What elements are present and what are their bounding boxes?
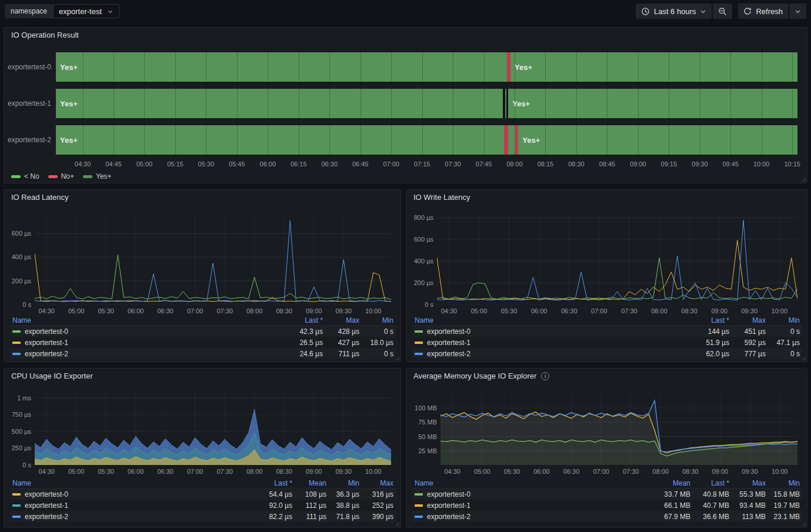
x-tick-label: 05:00 — [136, 160, 153, 168]
legend-column-header[interactable]: Max — [323, 316, 359, 324]
state-label: Yes+ — [60, 136, 78, 145]
panel-title-text: IO Operation Result — [11, 31, 79, 39]
grid-line — [422, 52, 423, 155]
legend-series-name[interactable]: exportertest-2 — [415, 350, 688, 358]
panel-title-text: Average Memory Usage IO Explorer — [413, 372, 536, 380]
zoom-out-button[interactable] — [713, 4, 732, 19]
legend-series-name[interactable]: exportertest-0 — [12, 490, 256, 498]
cpu-chart[interactable] — [35, 390, 391, 465]
legend-value: 36.3 µs — [326, 490, 359, 498]
legend-value: 51.9 µs — [688, 339, 729, 347]
grid-line — [299, 52, 299, 155]
x-tick-label: 06:00 — [128, 307, 144, 314]
x-tick-label: 08:00 — [651, 307, 668, 314]
legend-series-name[interactable]: exportertest-1 — [415, 501, 653, 510]
legend-series-name[interactable]: exportertest-2 — [12, 513, 256, 521]
legend-header-row: NameLast *MaxMin — [412, 315, 802, 326]
legend-column-header[interactable]: Name — [415, 479, 653, 487]
legend-value: 18.0 µs — [359, 339, 393, 347]
chevron-down-icon — [795, 8, 801, 15]
legend-item[interactable]: < No — [11, 172, 39, 180]
x-tick-label: 08:15 — [538, 160, 554, 168]
legend-column-header[interactable]: Name — [12, 479, 256, 487]
panel-io-operation-result: IO Operation Result exportertest-0export… — [4, 27, 807, 183]
memory-usage-x-axis: 04:3005:0005:3006:0006:3007:0007:3008:00… — [440, 468, 797, 476]
write-chart[interactable] — [437, 212, 797, 305]
x-tick-label: 08:00 — [506, 160, 523, 168]
legend-column-header[interactable]: Min — [326, 479, 359, 487]
namespace-variable-select[interactable]: exporter-test — [53, 4, 119, 18]
legend-series-name[interactable]: exportertest-0 — [415, 490, 653, 498]
legend-series-name[interactable]: exportertest-1 — [12, 339, 282, 347]
legend-series-name[interactable]: exportertest-0 — [415, 327, 688, 336]
x-tick-label: 05:15 — [167, 160, 183, 168]
panel-resize-handle[interactable] — [800, 176, 806, 182]
time-range-picker-button[interactable]: Last 6 hours — [636, 4, 712, 19]
panel-info-icon[interactable]: i — [541, 372, 549, 380]
memory-usage-plot[interactable] — [440, 390, 797, 465]
read-latency-plot[interactable] — [35, 212, 391, 305]
legend-series-name[interactable]: exportertest-1 — [12, 501, 256, 510]
write-latency-plot[interactable] — [437, 212, 797, 305]
mem-chart[interactable] — [440, 390, 797, 465]
x-tick-label: 08:30 — [568, 160, 585, 168]
legend-column-header[interactable]: Min — [359, 316, 393, 324]
legend-column-header[interactable]: Name — [12, 316, 282, 324]
legend-column-header[interactable]: Mean — [292, 479, 326, 487]
dashboard-toolbar: namespace exporter-test Last 6 hours Ref… — [0, 0, 811, 22]
x-tick-label: 09:30 — [692, 160, 708, 168]
legend-column-header[interactable]: Last * — [688, 316, 729, 324]
legend-column-header[interactable]: Max — [729, 479, 766, 487]
panel-title[interactable]: IO Read Latency — [11, 193, 69, 202]
legend-value: 40.8 MB — [690, 490, 729, 498]
legend-series-name[interactable]: exportertest-2 — [415, 513, 653, 521]
legend-series-name[interactable]: exportertest-1 — [415, 339, 688, 347]
legend-column-header[interactable]: Min — [766, 316, 800, 324]
legend-value: 26.5 µs — [282, 339, 323, 347]
panel-title[interactable]: CPU Usage IO Exporter — [11, 372, 93, 380]
state-segment-yes: Yes+ — [518, 125, 797, 155]
legend-column-header[interactable]: Last * — [282, 316, 323, 324]
series-color-swatch — [12, 342, 21, 344]
timeline-row[interactable]: Yes+Yes+ — [56, 52, 797, 82]
timeline-row-label: exportertest-1 — [4, 89, 51, 118]
memory-usage-legend-table: NameMeanLast *MaxMinexportertest-033.7 M… — [412, 478, 802, 522]
legend-series-name[interactable]: exportertest-2 — [12, 350, 282, 358]
legend-column-header[interactable]: Mean — [653, 479, 690, 487]
zoom-out-icon — [718, 7, 727, 16]
state-segment-yes: Yes+ — [56, 89, 503, 118]
x-tick-label: 05:00 — [471, 307, 488, 314]
legend-column-header[interactable]: Last * — [256, 479, 292, 487]
grid-line — [792, 52, 793, 155]
legend-column-header[interactable]: Min — [766, 479, 800, 487]
cpu-usage-plot[interactable] — [35, 390, 391, 465]
refresh-interval-dropdown[interactable] — [789, 4, 806, 19]
panel-title[interactable]: Average Memory Usage IO Explorer i — [413, 372, 549, 380]
timeline-row[interactable]: Yes+Yes+ — [56, 89, 797, 118]
y-tick-label: 0 s — [22, 461, 31, 469]
state-segment-yes: Yes+ — [508, 89, 797, 118]
legend-series-name[interactable]: exportertest-0 — [12, 327, 282, 336]
timeline-row[interactable]: Yes+Yes+ — [56, 125, 797, 155]
legend-column-header[interactable]: Max — [359, 479, 393, 487]
panel-title[interactable]: IO Write Latency — [413, 193, 470, 202]
x-tick-label: 05:45 — [229, 160, 245, 168]
legend-column-header[interactable]: Name — [415, 316, 688, 324]
panel-title[interactable]: IO Operation Result — [11, 31, 79, 39]
legend-column-header[interactable]: Max — [729, 316, 766, 324]
legend-item[interactable]: No+ — [48, 172, 74, 180]
refresh-button[interactable]: Refresh — [738, 4, 788, 19]
legend-item[interactable]: Yes+ — [83, 172, 112, 180]
y-tick-label: 100 MB — [415, 404, 437, 411]
x-tick-label: 06:30 — [561, 307, 578, 314]
series-color-swatch — [415, 516, 423, 518]
legend-column-header[interactable]: Last * — [690, 479, 729, 487]
legend-value: 62.0 µs — [688, 350, 729, 358]
legend-header-row: NameLast *MeanMinMax — [10, 478, 396, 488]
state-timeline-plot[interactable]: Yes+Yes+Yes+Yes+Yes+Yes+ — [56, 52, 797, 155]
y-tick-label: 200 µs — [414, 279, 433, 286]
refresh-label: Refresh — [756, 7, 783, 16]
legend-header-row: NameMeanLast *MaxMin — [412, 478, 802, 488]
read-chart[interactable] — [35, 212, 391, 305]
timeline-row-label: exportertest-2 — [4, 125, 51, 155]
